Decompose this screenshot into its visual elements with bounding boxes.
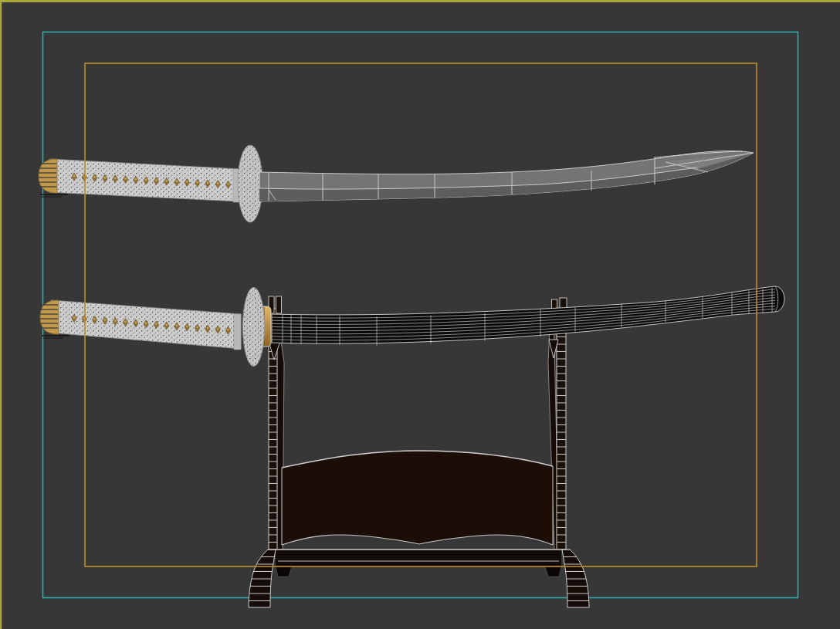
guard-tsuba[interactable] [243,288,265,367]
stand-back-panel[interactable] [282,451,553,545]
fork-prong [276,296,282,313]
guard-tsuba[interactable] [238,145,262,222]
viewport-canvas[interactable] [0,0,840,629]
post-segments [557,312,566,550]
handle-collar-fuchi [234,314,241,350]
